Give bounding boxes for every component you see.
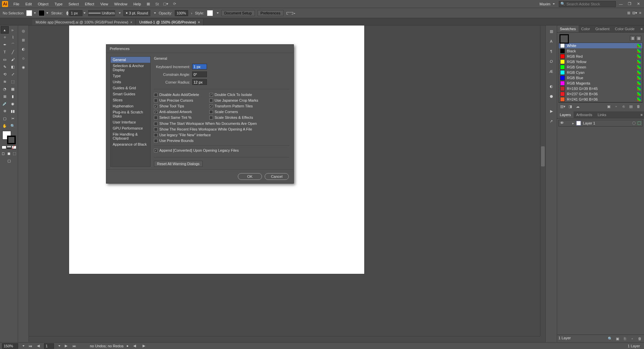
artboard-number-input[interactable]: 1	[44, 343, 54, 349]
paintbrush-tool[interactable]: 🖌	[9, 56, 17, 63]
layer-name-label[interactable]: Layer 1	[583, 121, 595, 125]
graphic-style-swatch[interactable]	[207, 10, 213, 16]
stroke-stepper[interactable]: ▲▼	[65, 11, 69, 15]
graphic-styles-icon[interactable]: ⬣	[547, 92, 556, 101]
swatch-row[interactable]: White	[559, 43, 642, 48]
swatch-options-icon[interactable]: ☁	[575, 104, 581, 109]
column-graph-tool[interactable]: ▮▮	[9, 107, 17, 115]
break-link-icon[interactable]: ⎋	[621, 104, 627, 109]
swatch-row[interactable]: RGB Red	[559, 54, 642, 59]
opacity-dropdown[interactable]: ›	[191, 11, 192, 15]
panel-menu-icon[interactable]: ≡	[639, 26, 644, 32]
panel-menu-icon[interactable]: ≡	[639, 111, 644, 118]
perspective-grid-tool[interactable]: ▦	[9, 85, 17, 93]
document-setup-button[interactable]: Document Setup	[221, 10, 255, 16]
swatch-row[interactable]: Black	[559, 48, 642, 54]
preference-checkbox[interactable]: Scale Strokes & Effects	[209, 115, 258, 119]
last-artboard-button[interactable]: ⏭	[72, 344, 76, 348]
play-icon[interactable]: ▶	[547, 107, 556, 115]
preferences-category-item[interactable]: General	[111, 57, 150, 63]
menu-file[interactable]: File	[11, 1, 22, 7]
keyboard-increment-input[interactable]	[192, 64, 207, 69]
free-transform-tool[interactable]: ⬚	[9, 78, 17, 85]
stroke-box[interactable]	[7, 136, 16, 144]
preference-checkbox[interactable]: Anti-aliased Artwork	[154, 110, 199, 114]
menu-window[interactable]: Window	[112, 1, 130, 7]
swatch-row[interactable]: R=237 G=28 B=36	[559, 91, 642, 97]
preferences-category-item[interactable]: GPU Performance	[111, 125, 150, 131]
preferences-category-item[interactable]: Guides & Grid	[111, 85, 150, 91]
preference-checkbox[interactable]: Scale Corners	[209, 110, 258, 114]
preference-checkbox[interactable]: Show Tool Tips	[154, 104, 199, 108]
options-bar-menu-icon[interactable]: ≡	[639, 11, 641, 15]
constrain-angle-input[interactable]	[192, 71, 207, 77]
target-icon[interactable]	[632, 121, 636, 125]
draw-normal-icon[interactable]: ◻	[1, 150, 6, 157]
horizontal-scrollbar[interactable]	[29, 336, 540, 342]
hscroll-left-button[interactable]: ◀	[132, 344, 137, 348]
preferences-category-list[interactable]: GeneralSelection & Anchor DisplayTypeUni…	[110, 56, 151, 167]
tab-close-icon[interactable]: ×	[198, 20, 200, 24]
corner-radius-input[interactable]	[192, 79, 207, 85]
locate-object-icon[interactable]: 🔍	[607, 336, 613, 341]
variable-width-profile[interactable]: Uniform	[88, 10, 115, 16]
cancel-button[interactable]: Cancel	[265, 173, 289, 180]
lasso-tool[interactable]: ⌇	[9, 34, 17, 41]
preference-checkbox[interactable]: Use Japanese Crop Marks	[209, 98, 258, 102]
curvature-tool[interactable]: ⌒	[9, 41, 17, 48]
preference-checkbox[interactable]: Transform Pattern Tiles	[209, 104, 258, 108]
preferences-category-item[interactable]: User Interface	[111, 119, 150, 125]
mesh-tool[interactable]: ⊞	[1, 93, 9, 100]
brush-definition[interactable]: •3 pt. Round	[123, 10, 150, 16]
paragraph-icon[interactable]: ¶	[547, 47, 556, 56]
menu-help[interactable]: Help	[131, 1, 144, 7]
color-mode-icon[interactable]	[2, 146, 6, 149]
shape-builder-tool[interactable]: ◔	[1, 85, 9, 93]
menu-view[interactable]: View	[98, 1, 111, 7]
edit-swatch-icon[interactable]: ▤	[628, 104, 634, 109]
preference-checkbox[interactable]: Use Preview Bounds	[154, 139, 289, 143]
status-menu-icon[interactable]: ▸	[127, 344, 129, 348]
window-restore-button[interactable]: ❐	[626, 1, 633, 7]
rotate-tool[interactable]: ⟲	[1, 70, 9, 78]
tab-color[interactable]: Color	[579, 26, 593, 32]
artboard-tool[interactable]: ▢	[1, 115, 9, 122]
layer-row[interactable]: 👁 ▸ Layer 1	[558, 120, 643, 127]
list-view-icon[interactable]: ≣	[630, 36, 635, 41]
stroke-weight-dropdown[interactable]	[84, 12, 86, 14]
append-converted-checkbox[interactable]: Append [Converted] Upon Opening Legacy F…	[154, 148, 289, 152]
document-tab[interactable]: Untitled-1 @ 150% (RGB/Preview) ×	[136, 19, 204, 25]
bridge-icon[interactable]: ▦	[145, 1, 152, 7]
type-tool[interactable]: T	[1, 48, 9, 56]
fill-stroke-indicator[interactable]	[2, 131, 16, 144]
window-minimize-button[interactable]: —	[617, 1, 625, 7]
expand-arrow-icon[interactable]: ▸	[572, 121, 574, 126]
preference-checkbox[interactable]: Disable Auto Add/Delete	[154, 93, 199, 97]
draw-inside-icon[interactable]: ⬚	[12, 150, 17, 157]
preferences-category-item[interactable]: Units	[111, 79, 150, 85]
tab-artboards[interactable]: Artboards	[574, 111, 595, 118]
transform-panel-icon[interactable]: ⊞	[627, 11, 630, 15]
tab-gradient[interactable]: Gradient	[593, 26, 612, 32]
brushes-icon[interactable]: ☼	[19, 54, 28, 62]
preferences-button[interactable]: Preferences	[258, 10, 283, 16]
ok-button[interactable]: OK	[238, 173, 262, 180]
line-segment-tool[interactable]: ╱	[9, 48, 17, 56]
delete-swatch-icon[interactable]: 🗑	[635, 104, 641, 109]
pathfinder-icon[interactable]: ◐	[19, 45, 28, 53]
symbol-sprayer-tool[interactable]: ✲	[1, 107, 9, 115]
menu-object[interactable]: Object	[35, 1, 51, 7]
appearance-icon[interactable]: ◐	[547, 82, 556, 91]
preferences-category-item[interactable]: File Handling & Clipboard	[111, 131, 150, 141]
preference-checkbox[interactable]: Show The Start Workspace When No Documen…	[154, 121, 289, 126]
gradient-tool[interactable]: ▮	[9, 93, 17, 100]
gpu-icon[interactable]: ⟳	[171, 1, 178, 7]
direct-selection-tool[interactable]: ▹	[9, 26, 17, 34]
magic-wand-tool[interactable]: ✧	[1, 34, 9, 41]
hscroll-right-button[interactable]: ▶	[142, 344, 146, 348]
scale-tool[interactable]: ⤢	[9, 70, 17, 78]
stock-icon[interactable]: St	[154, 1, 160, 7]
reset-warnings-button[interactable]: Reset All Warning Dialogs	[154, 161, 203, 167]
swatch-row[interactable]: R=241 G=90 B=36	[559, 97, 642, 102]
opentype-icon[interactable]: O	[547, 57, 556, 66]
